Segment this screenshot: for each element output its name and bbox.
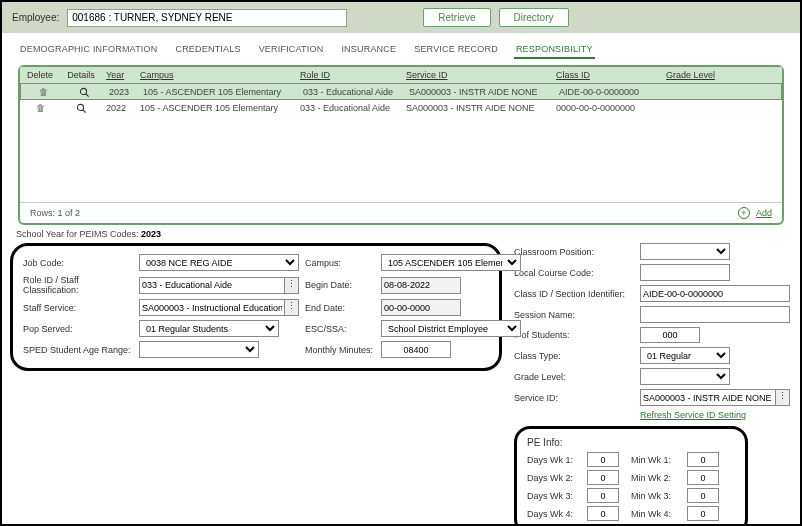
cell-class: 0000-00-0-0000000 <box>552 100 662 117</box>
cell-year: 2022 <box>102 100 136 117</box>
trash-icon[interactable]: 🗑 <box>39 87 48 97</box>
svg-point-0 <box>80 89 86 95</box>
tab-responsibility[interactable]: RESPONSIBILITY <box>514 41 595 59</box>
magnify-icon[interactable] <box>79 87 90 98</box>
min-wk4-input[interactable] <box>687 506 719 521</box>
grade-level-select[interactable] <box>640 368 730 385</box>
ellipsis-button[interactable]: ⋮ <box>776 389 790 406</box>
svg-line-3 <box>82 110 85 113</box>
col-role[interactable]: Role ID <box>296 67 402 83</box>
lbl-days-wk4: Days Wk 4: <box>527 509 583 519</box>
lbl-session: Session Name: <box>514 310 634 320</box>
lbl-class-type: Class Type: <box>514 351 634 361</box>
lbl-min-wk3: Min Wk 3: <box>631 491 683 501</box>
col-delete: Delete <box>20 67 60 83</box>
end-date-input[interactable] <box>381 299 461 316</box>
col-year[interactable]: Year <box>102 67 136 83</box>
monthly-minutes-input[interactable] <box>381 341 451 358</box>
directory-button[interactable]: Directory <box>499 8 569 27</box>
retrieve-button[interactable]: Retrieve <box>423 8 490 27</box>
cell-role: 033 - Educational Aide <box>299 84 405 99</box>
detail-left-panel: Job Code: 0038 NCE REG AIDE Campus: 105 … <box>10 243 502 371</box>
classroom-position-select[interactable] <box>640 243 730 260</box>
session-name-input[interactable] <box>640 306 790 323</box>
begin-date-input[interactable] <box>381 277 461 294</box>
cell-grade <box>665 84 741 99</box>
col-grade[interactable]: Grade Level <box>662 67 738 83</box>
lbl-min-wk2: Min Wk 2: <box>631 473 683 483</box>
lbl-job-code: Job Code: <box>23 258 133 268</box>
min-wk3-input[interactable] <box>687 488 719 503</box>
lbl-days-wk1: Days Wk 1: <box>527 455 583 465</box>
lbl-grade-level: Grade Level: <box>514 372 634 382</box>
role-input[interactable] <box>139 277 285 294</box>
pop-served-select[interactable]: 01 Regular Students <box>139 320 279 337</box>
lbl-esc: ESC/SSA: <box>305 324 375 334</box>
cell-service: SA000003 - INSTR AIDE NONE <box>402 100 552 117</box>
lbl-pop: Pop Served: <box>23 324 133 334</box>
campus-select[interactable]: 105 ASCENDER 105 Elementary <box>381 254 521 271</box>
cell-year: 2023 <box>105 84 139 99</box>
table-row[interactable]: 🗑 2022 105 - ASCENDER 105 Elementary 033… <box>20 100 782 117</box>
tab-verification[interactable]: VERIFICATION <box>257 41 326 59</box>
local-course-input[interactable] <box>640 264 730 281</box>
lbl-days-wk3: Days Wk 3: <box>527 491 583 501</box>
cell-grade <box>662 100 738 117</box>
days-wk4-input[interactable] <box>587 506 619 521</box>
lbl-campus: Campus: <box>305 258 375 268</box>
school-year-label: School Year for PEIMS Codes: 2023 <box>16 229 792 239</box>
days-wk3-input[interactable] <box>587 488 619 503</box>
class-id-input[interactable] <box>640 285 790 302</box>
responsibility-grid: Delete Details Year Campus Role ID Servi… <box>18 65 784 225</box>
cell-service: SA000003 - INSTR AIDE NONE <box>405 84 555 99</box>
ellipsis-button[interactable]: ⋮ <box>285 299 299 316</box>
magnify-icon[interactable] <box>76 103 87 114</box>
lbl-min-wk1: Min Wk 1: <box>631 455 683 465</box>
lbl-end: End Date: <box>305 303 375 313</box>
tab-service-record[interactable]: SERVICE RECORD <box>412 41 500 59</box>
cell-campus: 105 - ASCENDER 105 Elementary <box>136 100 296 117</box>
tab-credentials[interactable]: CREDENTIALS <box>173 41 242 59</box>
col-service[interactable]: Service ID <box>402 67 552 83</box>
lbl-role: Role ID / Staff Classification: <box>23 275 133 295</box>
days-wk2-input[interactable] <box>587 470 619 485</box>
lbl-sped: SPED Student Age Range: <box>23 345 133 355</box>
lbl-local-course: Local Course Code: <box>514 268 634 278</box>
job-code-select[interactable]: 0038 NCE REG AIDE <box>139 254 299 271</box>
employee-label: Employee: <box>12 12 59 23</box>
staff-service-input[interactable] <box>139 299 285 316</box>
add-link[interactable]: Add <box>756 208 772 218</box>
svg-line-1 <box>85 94 88 97</box>
lbl-monthly: Monthly Minutes: <box>305 345 375 355</box>
esc-ssa-select[interactable]: School District Employee <box>381 320 521 337</box>
lbl-days-wk2: Days Wk 2: <box>527 473 583 483</box>
col-campus[interactable]: Campus <box>136 67 296 83</box>
refresh-service-id-link[interactable]: Refresh Service ID Setting <box>640 410 746 420</box>
lbl-begin: Begin Date: <box>305 280 375 290</box>
svg-point-2 <box>77 105 83 111</box>
lbl-class-id: Class ID / Section Identifier: <box>514 289 634 299</box>
lbl-students: # of Students: <box>514 330 634 340</box>
min-wk1-input[interactable] <box>687 452 719 467</box>
students-input[interactable] <box>640 327 700 343</box>
lbl-min-wk4: Min Wk 4: <box>631 509 683 519</box>
class-type-select[interactable]: 01 Regular <box>640 347 730 364</box>
days-wk1-input[interactable] <box>587 452 619 467</box>
tab-demographic[interactable]: DEMOGRAPHIC INFORMATION <box>18 41 159 59</box>
sped-range-select[interactable] <box>139 341 259 358</box>
lbl-staff-service: Staff Service: <box>23 303 133 313</box>
table-row[interactable]: 🗑 2023 105 - ASCENDER 105 Elementary 033… <box>20 83 782 100</box>
trash-icon[interactable]: 🗑 <box>36 103 45 113</box>
employee-input[interactable] <box>67 9 347 27</box>
lbl-service-id: Service ID: <box>514 393 634 403</box>
col-class[interactable]: Class ID <box>552 67 662 83</box>
pe-info-panel: PE Info: Days Wk 1: Min Wk 1: Days Wk 2:… <box>514 426 748 526</box>
cell-campus: 105 - ASCENDER 105 Elementary <box>139 84 299 99</box>
plus-icon[interactable]: + <box>738 207 750 219</box>
ellipsis-button[interactable]: ⋮ <box>285 277 299 294</box>
tab-insurance[interactable]: INSURANCE <box>339 41 398 59</box>
service-id-input[interactable] <box>640 389 776 406</box>
cell-class: AIDE-00-0-0000000 <box>555 84 665 99</box>
col-details: Details <box>60 67 102 83</box>
min-wk2-input[interactable] <box>687 470 719 485</box>
